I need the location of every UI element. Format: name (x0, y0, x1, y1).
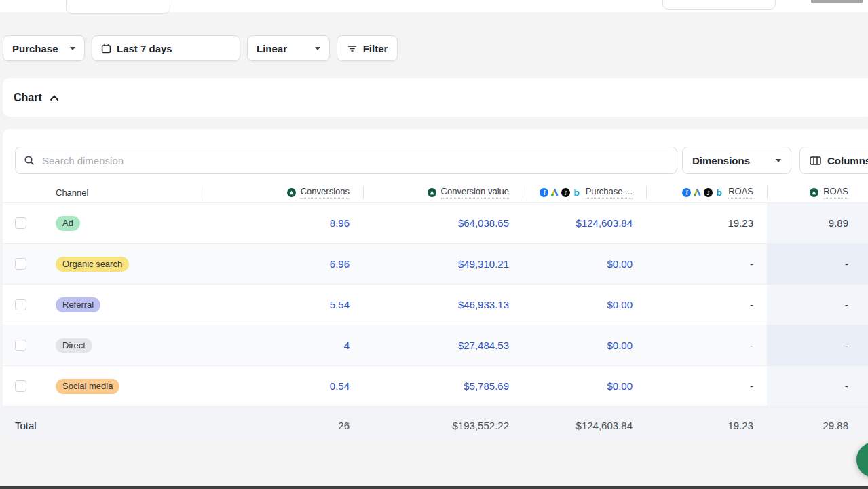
chat-launcher-button[interactable] (856, 442, 868, 477)
columns-button[interactable]: Columns (799, 147, 868, 174)
metric-link[interactable]: $0.00 (607, 340, 633, 351)
metric-value: - (845, 380, 848, 392)
metric-link[interactable]: $49,310.21 (458, 258, 509, 270)
metric-cell: - (767, 325, 868, 365)
cutoff-input-left[interactable] (66, 0, 170, 14)
metric-cell: 4 (204, 325, 363, 365)
column-header-conversion-value[interactable]: Conversion value (363, 182, 523, 202)
row-checkbox[interactable] (15, 380, 26, 392)
calendar-icon (101, 43, 111, 54)
dimensions-dropdown[interactable]: Dimensions (682, 147, 791, 174)
row-checkbox[interactable] (15, 217, 26, 229)
metric-link[interactable]: 4 (344, 340, 350, 351)
metric-link[interactable]: 5.54 (330, 299, 350, 310)
metric-cell: $0.00 (523, 325, 646, 365)
metric-link[interactable]: $0.00 (607, 380, 633, 392)
chevron-down-icon (315, 47, 320, 50)
column-header-label: Conversion value (441, 186, 509, 199)
checkbox-cell (3, 366, 39, 406)
metric-link[interactable]: $124,603.84 (576, 217, 633, 229)
top-strip (0, 0, 868, 12)
metric-link[interactable]: $0.00 (607, 258, 633, 270)
conversions-icon (810, 188, 818, 197)
facebook-icon: f (682, 188, 691, 197)
metric-cell: - (767, 244, 868, 284)
attribution-model-dropdown[interactable]: Linear (247, 35, 330, 61)
metric-link[interactable]: $5,785.69 (464, 380, 509, 392)
total-metric-value: 19.23 (728, 420, 753, 431)
bing-icon: b (572, 188, 581, 197)
column-header-channel[interactable]: Channel (39, 182, 204, 202)
channel-cell: Social media (39, 366, 204, 406)
checkbox-cell (3, 325, 39, 365)
metric-cell: 0.54 (204, 366, 363, 406)
metric-link[interactable]: $27,484.53 (458, 340, 509, 351)
metric-value: 9.89 (829, 217, 848, 229)
bottom-window-edge (0, 486, 868, 489)
channel-chip: Organic search (56, 257, 129, 272)
date-range-picker[interactable]: Last 7 days (92, 35, 240, 61)
metric-cell: - (646, 285, 767, 325)
column-header-roas[interactable]: f♪bROAS (646, 182, 767, 202)
metric-link[interactable]: $46,933.13 (458, 299, 509, 310)
metric-link[interactable]: 8.96 (330, 217, 350, 229)
conversion-event-dropdown[interactable]: Purchase (3, 35, 85, 61)
channel-chip: Ad (56, 216, 80, 231)
channel-chip: Social media (56, 379, 119, 394)
metric-link[interactable]: $64,038.65 (458, 217, 509, 229)
dimensions-table-card: Dimensions Columns ChannelConversionsCon… (3, 129, 868, 440)
metric-value: - (750, 380, 753, 392)
total-metric-value: 26 (338, 420, 350, 431)
total-metric-cell: $124,603.84 (523, 407, 646, 440)
cutoff-element-top-right (811, 0, 863, 3)
columns-icon (810, 156, 821, 166)
metric-cell: - (767, 366, 868, 406)
column-header-roas[interactable]: ROAS (767, 182, 868, 202)
metric-link[interactable]: 0.54 (330, 380, 350, 392)
metric-cell: 9.89 (767, 203, 868, 243)
bing-icon: b (715, 188, 723, 197)
search-dimension-input[interactable] (41, 154, 668, 167)
google-ads-icon (550, 188, 559, 197)
tiktok-icon: ♪ (704, 188, 713, 197)
column-header-label: Conversions (301, 186, 350, 199)
metric-cell: $5,785.69 (363, 366, 523, 406)
column-header-purchase[interactable]: f♪bPurchase ... (523, 182, 646, 202)
channel-chip: Direct (56, 338, 92, 353)
svg-text:♪: ♪ (564, 189, 567, 196)
conversion-event-label: Purchase (12, 43, 58, 54)
table-row-direct: Direct4$27,484.53$0.00-- (3, 325, 868, 366)
attribution-dashboard: Purchase Last 7 days Linear Filter Chart (0, 0, 868, 489)
table-row-social-media: Social media0.54$5,785.69$0.00-- (3, 366, 868, 407)
metric-cell: 5.54 (204, 285, 363, 325)
conversions-icon (428, 188, 436, 197)
conversions-icon (287, 188, 296, 197)
filter-label: Filter (363, 43, 388, 54)
metric-link[interactable]: 6.96 (330, 258, 350, 270)
date-range-label: Last 7 days (117, 43, 172, 54)
metric-cell: $46,933.13 (363, 285, 523, 325)
metric-cell: - (646, 366, 767, 406)
chevron-down-icon (70, 47, 75, 50)
metric-cell: - (767, 285, 868, 325)
chart-section-card: Chart (3, 78, 868, 117)
cutoff-input-right[interactable] (662, 0, 776, 10)
column-header-label: Channel (56, 187, 88, 198)
metric-value: - (750, 299, 753, 310)
row-checkbox[interactable] (15, 340, 26, 351)
column-header-conversions[interactable]: Conversions (204, 182, 363, 202)
metric-cell: 6.96 (204, 244, 363, 284)
filter-button[interactable]: Filter (337, 35, 398, 61)
table-row-referral: Referral5.54$46,933.13$0.00-- (3, 285, 868, 325)
total-metric-value: $124,603.84 (576, 420, 633, 431)
checkbox-cell (3, 203, 39, 243)
total-metric-cell: $193,552.22 (363, 407, 523, 440)
header-checkbox-spacer (3, 182, 39, 202)
checkbox-cell (3, 285, 39, 325)
row-checkbox[interactable] (15, 258, 26, 270)
chevron-up-icon[interactable] (50, 94, 59, 102)
chevron-down-icon (776, 159, 781, 162)
metric-cell: $27,484.53 (363, 325, 523, 365)
row-checkbox[interactable] (15, 299, 26, 310)
metric-link[interactable]: $0.00 (607, 299, 633, 310)
